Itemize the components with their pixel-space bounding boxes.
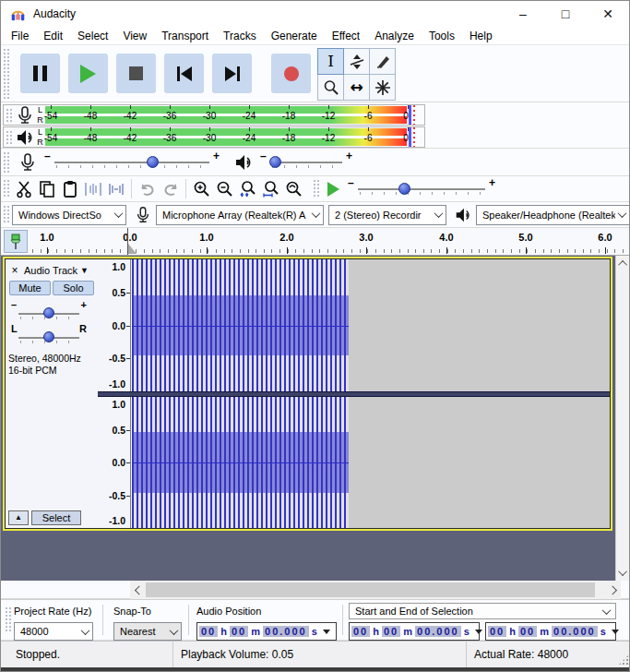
audio-position-field[interactable]: 00h 00m 00.000s xyxy=(196,622,337,641)
play-speed-thumb[interactable] xyxy=(398,183,410,195)
toolbar-grip[interactable] xyxy=(313,179,320,198)
playback-volume-slider[interactable]: – + xyxy=(270,153,342,172)
menu-generate[interactable]: Generate xyxy=(264,30,325,42)
horizontal-scrollbar[interactable] xyxy=(145,581,606,599)
menu-tools[interactable]: Tools xyxy=(422,30,462,42)
gain-thumb[interactable] xyxy=(43,307,54,318)
zoom-tool-button[interactable] xyxy=(317,74,344,101)
fit-selection-button[interactable] xyxy=(236,178,259,200)
window-title: Audacity xyxy=(33,7,76,20)
select-track-button[interactable]: Select xyxy=(31,510,81,525)
vertical-scale-ruler[interactable]: 1.0 0.5 0.0 -0.5 -1.0 xyxy=(98,397,131,528)
stop-button[interactable] xyxy=(116,54,156,93)
project-rate-dropdown[interactable]: 48000 xyxy=(14,622,93,641)
vertical-scrollbar[interactable] xyxy=(615,256,630,581)
playback-meter-bars[interactable]: -54-48-42-36-30-24-18-12-60 xyxy=(45,127,418,147)
toolbar-grip[interactable] xyxy=(5,606,12,633)
zoom-out-button[interactable] xyxy=(213,178,236,200)
recording-channels-dropdown[interactable]: 2 (Stereo) Recordir xyxy=(328,205,446,225)
silence-audio-button[interactable] xyxy=(104,178,127,200)
menu-select[interactable]: Select xyxy=(70,30,115,42)
ruler-label: 2.0 xyxy=(279,232,293,243)
audio-clip-waveform[interactable] xyxy=(132,397,349,528)
zoom-toggle-button[interactable] xyxy=(282,178,305,200)
playback-volume-thumb[interactable] xyxy=(269,156,281,168)
selection-tool-button[interactable]: I xyxy=(317,48,344,75)
pan-thumb[interactable] xyxy=(43,331,54,342)
chevron-down-icon xyxy=(81,626,90,635)
menu-analyze[interactable]: Analyze xyxy=(367,30,422,42)
horizontal-scroll-thumb[interactable] xyxy=(146,582,595,597)
timeline-ruler[interactable]: 1.0 0.0 1.0 2.0 3.0 4.0 5.0 6.0 xyxy=(1,228,629,256)
waveform-area[interactable] xyxy=(132,259,610,391)
time-shift-tool-button[interactable]: ↔ xyxy=(343,74,370,101)
menu-help[interactable]: Help xyxy=(462,30,500,42)
envelope-tool-button[interactable] xyxy=(343,48,370,75)
skip-to-start-button[interactable] xyxy=(164,54,204,93)
toolbar-grip[interactable] xyxy=(6,130,13,144)
selection-start-field[interactable]: 00h 00m 00.000s xyxy=(349,622,480,641)
recording-volume-thumb[interactable] xyxy=(147,156,159,168)
meter-zero-line xyxy=(409,105,411,125)
recording-meter[interactable]: LR -54-48-42-36-30-24-18-12-60 xyxy=(3,104,425,126)
close-button[interactable]: ✕ xyxy=(587,1,629,27)
recording-meter-bars[interactable]: -54-48-42-36-30-24-18-12-60 xyxy=(45,105,418,125)
mute-button[interactable]: Mute xyxy=(9,281,51,295)
selection-mode-dropdown[interactable]: Start and End of Selection xyxy=(349,603,616,619)
play-speed-slider[interactable]: – + xyxy=(358,180,485,198)
menu-file[interactable]: File xyxy=(4,30,36,42)
chevron-down-icon xyxy=(618,567,627,576)
audio-clip-waveform[interactable] xyxy=(132,259,349,391)
trim-audio-button[interactable] xyxy=(81,178,104,200)
pan-slider[interactable]: L R xyxy=(18,329,79,343)
snap-to-dropdown[interactable]: Nearest xyxy=(113,622,182,641)
audio-host-dropdown[interactable]: Windows DirectSo xyxy=(12,205,126,225)
pin-button[interactable] xyxy=(4,230,28,253)
menu-transport[interactable]: Transport xyxy=(154,30,216,42)
left-channel: 1.0 0.5 0.0 -0.5 -1.0 xyxy=(98,259,610,391)
minimize-button[interactable]: – xyxy=(502,1,544,27)
toolbar-grip[interactable] xyxy=(3,205,10,224)
toolbar-grip[interactable] xyxy=(3,151,10,173)
toolbar-grip[interactable] xyxy=(3,48,10,99)
undo-button[interactable] xyxy=(136,178,159,200)
cut-button[interactable] xyxy=(12,178,35,200)
pause-button[interactable] xyxy=(20,54,60,93)
play-at-speed-button[interactable] xyxy=(322,178,345,200)
menu-edit[interactable]: Edit xyxy=(36,30,70,42)
track-name[interactable]: Audio Track xyxy=(24,265,77,276)
menu-tracks[interactable]: Tracks xyxy=(216,30,264,42)
gain-slider[interactable]: – + xyxy=(18,305,79,319)
redo-button[interactable] xyxy=(159,178,182,200)
recording-volume-slider[interactable]: – + xyxy=(54,153,209,172)
record-button[interactable] xyxy=(271,54,311,93)
menu-effect[interactable]: Effect xyxy=(325,30,367,42)
scroll-down-button[interactable] xyxy=(616,565,630,581)
play-button[interactable] xyxy=(68,54,108,93)
menu-view[interactable]: View xyxy=(115,30,154,42)
vertical-scale-ruler[interactable]: 1.0 0.5 0.0 -0.5 -1.0 xyxy=(98,259,131,391)
skip-to-end-button[interactable] xyxy=(212,54,252,93)
collapse-track-button[interactable]: ▲ xyxy=(8,510,29,525)
scroll-up-button[interactable] xyxy=(616,256,630,271)
zoom-in-button[interactable] xyxy=(190,178,213,200)
scroll-left-button[interactable] xyxy=(130,581,145,599)
recording-device-dropdown[interactable]: Microphone Array (Realtek(R) A xyxy=(156,205,324,225)
solo-button[interactable]: Solo xyxy=(53,281,94,295)
multi-tool-button[interactable] xyxy=(369,74,396,101)
selection-end-field[interactable]: 00h 00m 00.000s xyxy=(485,622,616,641)
toolbar-grip[interactable] xyxy=(3,179,10,198)
zero-amplitude-line xyxy=(132,462,349,463)
paste-button[interactable] xyxy=(58,178,81,200)
maximize-button[interactable]: □ xyxy=(544,1,587,27)
playback-device-dropdown[interactable]: Speaker/Headphone (Realtek(R) xyxy=(476,205,629,225)
waveform-area[interactable] xyxy=(132,397,610,528)
track-menu-caret-icon[interactable]: ▼ xyxy=(80,266,89,275)
toolbar-grip[interactable] xyxy=(6,108,13,122)
playback-meter[interactable]: LR -54-48-42-36-30-24-18-12-60 xyxy=(3,126,425,148)
track-close-button[interactable]: × xyxy=(8,264,21,277)
scroll-right-button[interactable] xyxy=(606,581,621,599)
copy-button[interactable] xyxy=(35,178,58,200)
draw-tool-button[interactable] xyxy=(369,48,396,75)
fit-project-button[interactable] xyxy=(259,178,282,200)
